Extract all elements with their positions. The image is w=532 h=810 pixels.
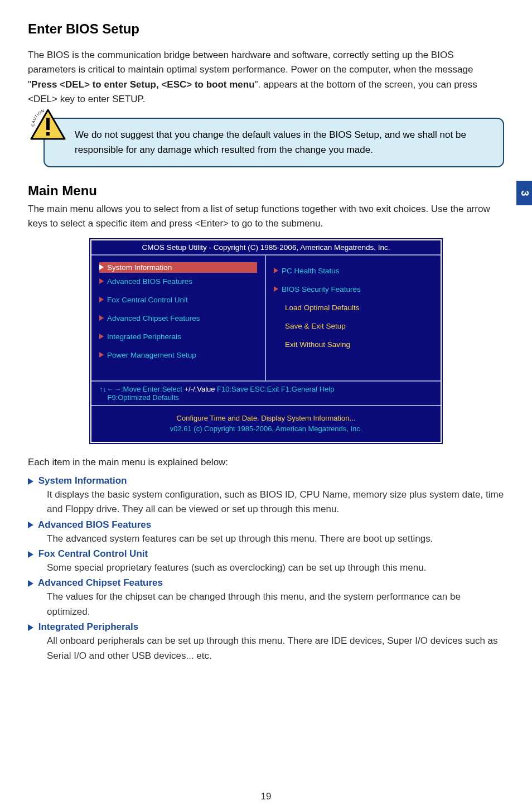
- list-item-title: Integrated Peripherals: [36, 621, 138, 632]
- bios-screen: CMOS Setup Utility - Copyright (C) 1985-…: [90, 239, 442, 443]
- section1-para: The BIOS is the communication bridge bet…: [28, 48, 504, 107]
- menu-arrow-icon: [99, 315, 104, 321]
- bios-menu-label: PC Health Status: [282, 267, 340, 275]
- list-item-body: It displays the basic system configurati…: [47, 488, 504, 517]
- bios-help-line1-white: +/-/:Value: [184, 385, 215, 393]
- bios-left-column: System InformationAdvanced BIOS Features…: [91, 255, 266, 380]
- list-item-body: The values for the chipset can be change…: [47, 590, 504, 619]
- caution-box: We do not suggest that you change the de…: [43, 118, 504, 167]
- bios-help-line2: F9:Optimized Defaults: [107, 393, 179, 402]
- list-item-title: Advanced Chipset Features: [36, 577, 163, 588]
- list-arrow-icon: [28, 551, 33, 558]
- list-item-body: The advanced system features can be set …: [47, 532, 504, 546]
- bios-help-row: ↑↓←→:Move Enter:Select +/-/:Value F10:Sa…: [91, 382, 441, 406]
- list-item-heading: Integrated Peripherals: [28, 621, 504, 633]
- menu-arrow-icon: [99, 352, 104, 358]
- bios-menu-label: System Information: [107, 263, 172, 272]
- bios-menu-item[interactable]: Integrated Peripherals: [99, 332, 257, 341]
- bios-right-column: PC Health StatusBIOS Security FeaturesLo…: [266, 255, 441, 380]
- side-tab: 3: [516, 181, 532, 205]
- bios-menu-item[interactable]: Power Management Setup: [99, 351, 257, 359]
- caution-text: We do not suggest that you change the de…: [75, 128, 490, 157]
- bios-menu-label: Power Management Setup: [107, 351, 196, 359]
- page-number: 19: [0, 791, 532, 802]
- section2-para: The main menu allows you to select from …: [28, 202, 504, 232]
- list-item-title: System Information: [36, 475, 127, 486]
- list-arrow-icon: [28, 580, 33, 587]
- menu-arrow-icon: [274, 268, 278, 273]
- list-item-title: Advanced BIOS Features: [36, 519, 151, 530]
- list-arrow-icon: [28, 624, 33, 631]
- bios-help-line1-left: ↑↓←→:Move Enter:Select: [99, 385, 184, 393]
- explain-intro: Each item in the main menu is explained …: [28, 455, 504, 470]
- menu-arrow-icon: [99, 278, 104, 284]
- list-item-title: Fox Central Control Unit: [36, 548, 148, 559]
- list-item-body: Some special proprietary features (such …: [47, 561, 504, 575]
- bios-menu-label: Fox Central Control Unit: [107, 296, 188, 304]
- bios-title-bar: CMOS Setup Utility - Copyright (C) 1985-…: [91, 240, 441, 254]
- caution-block: CAUTION We do not suggest that you chang…: [28, 118, 504, 167]
- bios-menu-label: Integrated Peripherals: [107, 332, 181, 341]
- bios-menu-item[interactable]: Advanced BIOS Features: [99, 277, 257, 286]
- list-arrow-icon: [28, 478, 33, 485]
- menu-arrow-icon: [274, 286, 278, 292]
- bios-menu-item[interactable]: Exit Without Saving: [274, 340, 433, 349]
- svg-rect-1: [46, 118, 50, 130]
- list-item-body: All onboard peripherals can be set up th…: [47, 634, 504, 663]
- bios-footer-line2: v02.61 (c) Copyright 1985-2006, American…: [91, 425, 441, 433]
- menu-arrow-icon: [99, 334, 104, 339]
- svg-rect-2: [46, 132, 50, 136]
- section1-para-bold: Press <DEL> to enter Setup, <ESC> to boo…: [31, 79, 255, 90]
- bios-menu-item[interactable]: Load Optimal Defaults: [274, 303, 433, 312]
- bios-menu-label: Exit Without Saving: [285, 340, 350, 349]
- bios-menu-item[interactable]: Fox Central Control Unit: [99, 296, 257, 304]
- caution-triangle-icon: CAUTION: [29, 108, 67, 141]
- list-item-heading: System Information: [28, 475, 504, 486]
- items-section: System InformationIt displays the basic …: [28, 475, 504, 663]
- bios-help-line1-right: F10:Save ESC:Exit F1:General Help: [215, 385, 335, 393]
- list-item-heading: Fox Central Control Unit: [28, 548, 504, 560]
- bios-menu-label: Advanced Chipset Features: [107, 314, 200, 322]
- bios-menu-label: Load Optimal Defaults: [285, 303, 360, 312]
- list-arrow-icon: [28, 522, 33, 528]
- bios-menu-label: BIOS Security Features: [282, 285, 361, 293]
- bios-menu-label: Advanced BIOS Features: [107, 277, 192, 286]
- bios-menu-item[interactable]: Advanced Chipset Features: [99, 314, 257, 322]
- side-tab-label: 3: [518, 190, 530, 196]
- list-item-heading: Advanced BIOS Features: [28, 519, 504, 531]
- section1-title: Enter BIOS Setup: [28, 21, 504, 37]
- section2-title: Main Menu: [28, 183, 504, 199]
- bios-menu-item[interactable]: PC Health Status: [274, 267, 433, 275]
- bios-menu-grid: System InformationAdvanced BIOS Features…: [91, 254, 441, 382]
- bios-menu-label: Save & Exit Setup: [285, 322, 346, 330]
- bios-menu-item-selected[interactable]: System Information: [99, 262, 257, 273]
- menu-arrow-icon: [99, 264, 104, 270]
- list-item-heading: Advanced Chipset Features: [28, 577, 504, 589]
- menu-arrow-icon: [99, 297, 104, 302]
- bios-menu-item[interactable]: Save & Exit Setup: [274, 322, 433, 330]
- bios-footer: Configure Time and Date. Display System …: [91, 406, 441, 442]
- bios-footer-line1: Configure Time and Date. Display System …: [91, 414, 441, 422]
- bios-menu-item[interactable]: BIOS Security Features: [274, 285, 433, 293]
